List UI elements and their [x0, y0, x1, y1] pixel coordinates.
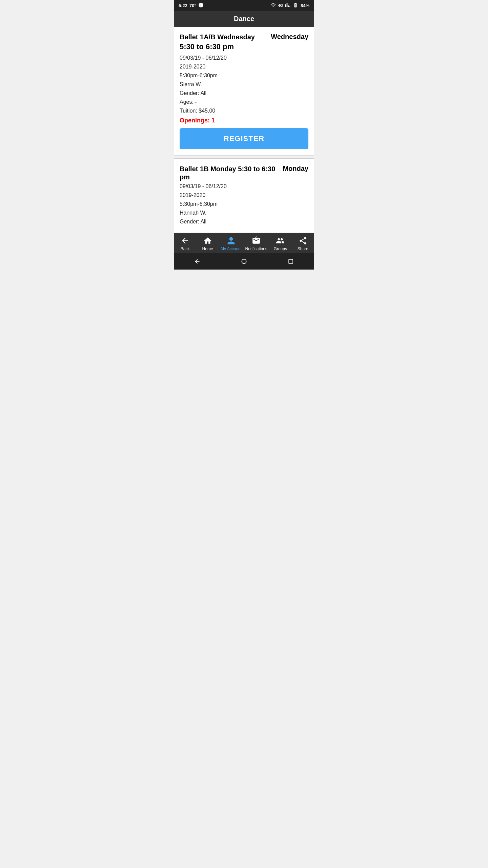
home-icon — [203, 236, 212, 245]
temperature: 70° — [189, 3, 196, 8]
account-icon — [226, 236, 236, 245]
status-bar: 5:22 70° 4G 84% — [174, 0, 314, 11]
nav-label-share: Share — [298, 246, 308, 251]
nav-label-groups: Groups — [274, 246, 287, 251]
class-gender-2: Gender: All — [180, 218, 308, 226]
nav-item-notifications[interactable]: Notifications — [245, 236, 267, 251]
share-icon — [298, 236, 308, 245]
signal-4g: 4G — [278, 3, 283, 7]
page-header: Dance — [174, 11, 314, 27]
class-title-2: Ballet 1B Monday 5:30 to 6:30 pm — [180, 165, 279, 181]
signal-bars-icon — [285, 2, 290, 9]
class-time-1: 5:30 to 6:30 pm — [180, 42, 308, 51]
register-button-1[interactable]: REGISTER — [180, 128, 308, 149]
class-ages-1: Ages: - — [180, 98, 308, 106]
svg-rect-2 — [289, 259, 293, 263]
class-gender-1: Gender: All — [180, 89, 308, 97]
class-day-1: Wednesday — [271, 33, 308, 41]
svg-point-1 — [242, 259, 246, 263]
class-day-2: Monday — [283, 165, 308, 173]
sys-home-button[interactable] — [238, 255, 250, 268]
main-content: Ballet 1A/B Wednesday Wednesday 5:30 to … — [174, 27, 314, 233]
class-instructor-1: Sierra W. — [180, 80, 308, 88]
class-card-ballet-1ab: Ballet 1A/B Wednesday Wednesday 5:30 to … — [174, 27, 314, 156]
page-title: Dance — [234, 15, 254, 22]
battery-icon — [292, 2, 299, 9]
class-instructor-2: Hannah W. — [180, 209, 308, 217]
class-year-2: 2019-2020 — [180, 191, 308, 199]
nav-item-home[interactable]: Home — [198, 236, 217, 251]
status-left: 5:22 70° — [179, 2, 204, 9]
class-openings-1: Openings: 1 — [180, 117, 308, 124]
nav-label-back: Back — [181, 246, 190, 251]
nav-item-groups[interactable]: Groups — [271, 236, 290, 251]
battery-percent: 84% — [301, 3, 309, 8]
class-date-range-2: 09/03/19 - 06/12/20 — [180, 182, 308, 191]
bottom-nav: Back Home My Account Notifications — [174, 233, 314, 253]
wifi-icon — [270, 2, 276, 9]
sys-back-button[interactable] — [191, 255, 203, 268]
class-year-1: 2019-2020 — [180, 63, 308, 71]
class-title-1: Ballet 1A/B Wednesday — [180, 33, 267, 41]
notifications-icon — [251, 236, 261, 245]
status-right: 4G 84% — [270, 2, 309, 9]
nav-item-my-account[interactable]: My Account — [221, 236, 242, 251]
nav-item-back[interactable]: Back — [176, 236, 195, 251]
groups-icon — [276, 236, 285, 245]
nav-label-notifications: Notifications — [245, 246, 267, 251]
class-time-detail-2: 5:30pm-6:30pm — [180, 200, 308, 208]
class-time-detail-1: 5:30pm-6:30pm — [180, 72, 308, 80]
sys-recent-button[interactable] — [285, 255, 297, 268]
nav-label-my-account: My Account — [221, 246, 242, 251]
time: 5:22 — [179, 3, 187, 8]
alert-icon — [198, 2, 204, 9]
class-card-header-1: Ballet 1A/B Wednesday Wednesday — [180, 33, 308, 41]
class-date-range-1: 09/03/19 - 06/12/20 — [180, 54, 308, 62]
system-nav — [174, 253, 314, 270]
class-card-ballet-1b: Ballet 1B Monday 5:30 to 6:30 pm Monday … — [174, 158, 314, 233]
nav-item-share[interactable]: Share — [293, 236, 312, 251]
nav-label-home: Home — [202, 246, 213, 251]
class-tuition-1: Tuition: $45.00 — [180, 107, 308, 115]
back-icon — [180, 236, 190, 245]
class-card-header-2: Ballet 1B Monday 5:30 to 6:30 pm Monday — [180, 165, 308, 181]
